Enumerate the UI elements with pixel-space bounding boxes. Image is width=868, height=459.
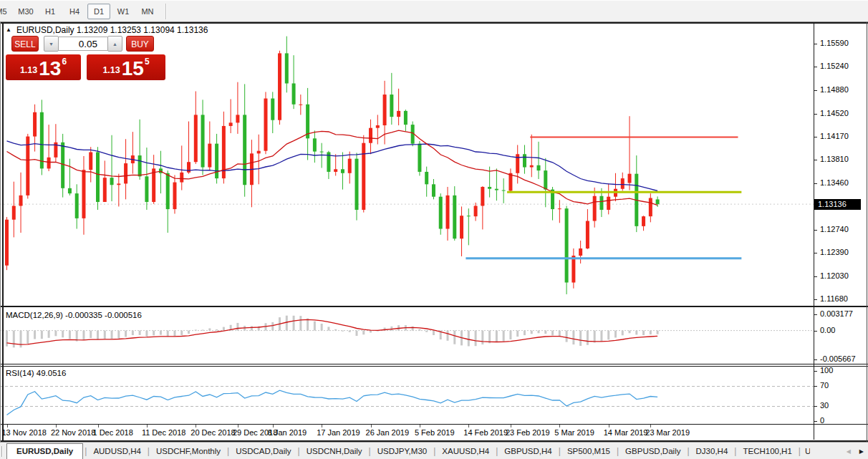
tab-USDCHF-Monthly[interactable]: USDCHF,Monthly xyxy=(150,444,227,459)
axis-tick xyxy=(814,299,817,300)
volume-input[interactable] xyxy=(59,37,107,51)
timeframe-button-D1[interactable]: D1 xyxy=(87,4,110,19)
axis-label: 1.12030 xyxy=(820,271,849,281)
window-border-left-outer xyxy=(0,22,1,442)
buy-price-box[interactable]: 1.13155 xyxy=(87,54,165,80)
one-click-trading-row: SELL ▼ ▲ BUY xyxy=(11,36,154,52)
tabbar-grip xyxy=(1,446,3,457)
pane-splitter-rsi[interactable] xyxy=(0,366,868,367)
axis-label: 1.13460 xyxy=(820,178,849,188)
axis-label: 30 xyxy=(820,401,829,410)
rsi-label: RSI(14) 49.0516 xyxy=(6,369,66,377)
tab-TECH100-H1[interactable]: TECH100,H1 xyxy=(736,444,798,459)
axis-label: 5 Feb 2019 xyxy=(415,428,455,438)
volume-increase-button[interactable]: ▲ xyxy=(107,36,122,52)
axis-label: 23 Feb 2019 xyxy=(506,428,550,438)
axis-label: 1.14170 xyxy=(820,132,849,141)
tabs-scroll-right-icon[interactable]: ▶ xyxy=(859,448,864,455)
tab-USDCAD-Daily[interactable]: USDCAD,Daily xyxy=(229,444,297,459)
axis-tick xyxy=(814,386,817,387)
current-price-tag: 1.13136 xyxy=(814,199,861,210)
axis-tick xyxy=(814,406,817,407)
tab-truncated[interactable]: U xyxy=(801,444,810,459)
axis-tick xyxy=(814,114,817,115)
axis-label: 1.11680 xyxy=(820,294,848,304)
chevron-up-icon: ▲ xyxy=(112,42,117,47)
tab-USDCNH-Daily[interactable]: USDCNH,Daily xyxy=(300,444,369,459)
sell-price-pip: 6 xyxy=(62,57,67,67)
tabs-scroll-left-icon[interactable]: ◀ xyxy=(847,448,851,455)
axis-label: 23 Mar 2019 xyxy=(645,428,690,438)
window-border-left xyxy=(2,22,4,442)
axis-tick xyxy=(814,67,817,67)
tab-SP500-M15[interactable]: SP500,M15 xyxy=(561,444,617,459)
axis-tick xyxy=(814,421,817,422)
timeframe-button-H4[interactable]: H4 xyxy=(63,4,86,19)
one-click-price-row: 1.13136 1.13155 xyxy=(6,54,165,80)
collapse-arrow-icon[interactable]: ▲ xyxy=(6,26,11,33)
tab-DJ30-H4[interactable]: DJ30,H4 xyxy=(690,444,735,459)
chart-tab-bar: EURUSD,Daily|AUDUSD,H4|USDCHF,Monthly|US… xyxy=(0,442,868,459)
timeframe-button-M30[interactable]: M30 xyxy=(14,4,37,19)
axis-label: 1 Dec 2018 xyxy=(93,428,133,438)
window-border-right xyxy=(867,22,868,442)
date-tick xyxy=(196,425,196,427)
axis-label: 14 Mar 2019 xyxy=(604,428,648,438)
date-tick xyxy=(371,425,372,427)
axis-label: 1.14880 xyxy=(820,85,849,95)
tab-AUDUSD-H4[interactable]: AUDUSD,H4 xyxy=(87,444,147,459)
date-tick xyxy=(273,425,274,427)
axis-tick xyxy=(814,331,817,332)
chart-title: EURUSD,Daily 1.13209 1.13253 1.13094 1.1… xyxy=(16,25,208,35)
pane-border xyxy=(0,424,868,425)
axis-label: 26 Jan 2019 xyxy=(366,428,410,438)
pane-border xyxy=(0,364,868,364)
date-tick xyxy=(147,425,148,427)
tab-GBPUSD-H4[interactable]: GBPUSD,H4 xyxy=(498,444,558,459)
pane-splitter-macd[interactable] xyxy=(0,306,868,307)
axis-label: 14 Feb 2019 xyxy=(463,428,508,438)
axis-tick xyxy=(814,160,817,160)
axis-label: 17 Jan 2019 xyxy=(317,428,360,438)
chart-title-row: ▲EURUSD,Daily 1.13209 1.13253 1.13094 1.… xyxy=(6,25,208,35)
date-tick xyxy=(650,425,651,427)
axis-tick xyxy=(814,137,817,137)
sell-button[interactable]: SELL xyxy=(11,36,39,52)
axis-label: -0.005667 xyxy=(820,354,856,364)
axis-label: 29 Dec 2018 xyxy=(233,428,277,438)
tab-XAUUSD-H4[interactable]: XAUUSD,H4 xyxy=(435,444,496,459)
toolbar-separator xyxy=(165,4,167,19)
tab-EURUSD-Daily[interactable]: EURUSD,Daily xyxy=(6,443,83,459)
axis-label: 11 Dec 2018 xyxy=(142,428,186,438)
axis-label: 13 Nov 2018 xyxy=(2,428,47,438)
volume-decrease-button[interactable]: ▼ xyxy=(44,36,59,52)
axis-label: 0.003177 xyxy=(820,309,853,319)
axis-tick xyxy=(814,230,817,231)
rsi-pane[interactable] xyxy=(0,367,814,424)
axis-label: 1.13810 xyxy=(820,155,849,164)
chart-window: ▲EURUSD,Daily 1.13209 1.13253 1.13094 1.… xyxy=(0,22,868,442)
date-tick xyxy=(322,425,322,427)
axis-tick xyxy=(814,276,817,277)
axis-label: 20 Dec 2018 xyxy=(191,428,235,438)
date-tick xyxy=(56,425,57,427)
axis-label: 70 xyxy=(820,381,829,390)
tab-GBPUSD-Daily[interactable]: GBPUSD,Daily xyxy=(619,444,687,459)
axis-label: 5 Mar 2019 xyxy=(554,428,594,438)
buy-price-prefix: 1.13 xyxy=(102,65,120,75)
axis-label: 1.12390 xyxy=(820,248,849,257)
axis-tick xyxy=(814,253,817,253)
buy-button[interactable]: BUY xyxy=(126,36,154,52)
price-axis-separator xyxy=(814,24,814,440)
timeframe-button-W1[interactable]: W1 xyxy=(112,4,135,19)
timeframe-button-M5[interactable]: M5 xyxy=(0,4,13,19)
tab-USDJPY-M30[interactable]: USDJPY,M30 xyxy=(371,444,433,459)
date-tick xyxy=(7,425,8,427)
macd-label: MACD(12,26,9) -0.000335 -0.000516 xyxy=(6,311,142,319)
axis-tick xyxy=(814,314,817,315)
timeframe-button-MN[interactable]: MN xyxy=(136,4,159,19)
timeframe-button-H1[interactable]: H1 xyxy=(39,4,62,19)
timeframe-toolbar: M5M30H1H4D1W1MN xyxy=(0,0,868,22)
sell-price-box[interactable]: 1.13136 xyxy=(6,54,81,80)
date-tick xyxy=(98,425,99,427)
